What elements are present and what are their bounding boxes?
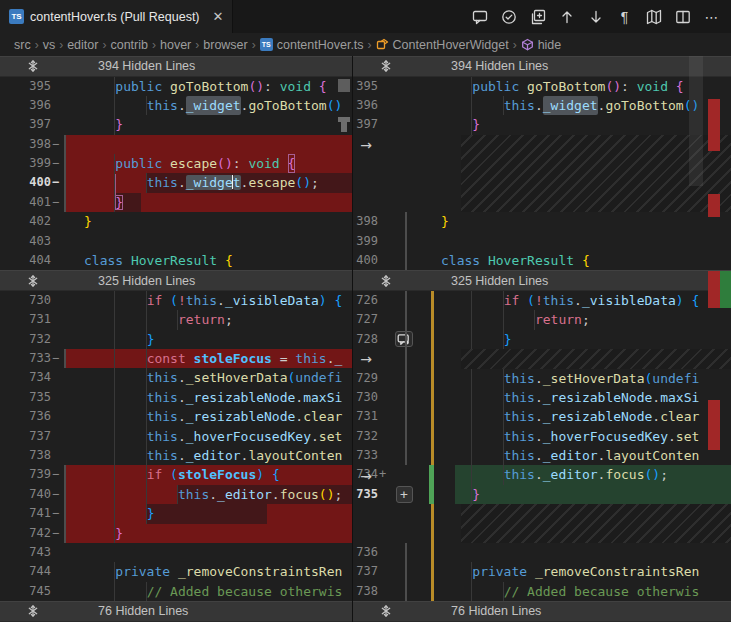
- line-number[interactable]: 398: [0, 135, 51, 154]
- code-line[interactable]: 739− if (stoleFocus) {: [0, 465, 352, 484]
- code-line[interactable]: 740− this._editor.focus();: [0, 485, 352, 504]
- code-line[interactable]: 729 this._setHoverData(undefi: [353, 369, 731, 388]
- line-number[interactable]: 738: [0, 446, 51, 465]
- code-line[interactable]: 396 this._widget.goToBottom(): [353, 96, 731, 115]
- line-number[interactable]: 730: [0, 291, 51, 310]
- line-number[interactable]: 742: [0, 524, 51, 543]
- code-line[interactable]: 741− }: [0, 504, 352, 523]
- line-number[interactable]: 734: [0, 368, 51, 387]
- line-number[interactable]: 745: [0, 582, 51, 601]
- line-number[interactable]: 733: [0, 349, 51, 368]
- close-icon[interactable]: ✕: [213, 9, 224, 24]
- code-line[interactable]: 401− }: [0, 193, 352, 212]
- code-line[interactable]: 726 if (!this._visibleData) {: [353, 291, 731, 310]
- line-number[interactable]: 402: [0, 212, 51, 231]
- line-number[interactable]: 733: [353, 446, 378, 465]
- code-line[interactable]: 404class HoverResult {: [0, 251, 352, 270]
- code-line[interactable]: 731 this._resizableNode.clear: [353, 407, 731, 426]
- line-number[interactable]: 729: [353, 369, 378, 388]
- breadcrumb-item-file[interactable]: TScontentHover.ts: [260, 38, 364, 52]
- line-number[interactable]: 397: [0, 115, 51, 134]
- line-number[interactable]: 735: [353, 485, 378, 504]
- line-number[interactable]: 739: [0, 465, 51, 484]
- breadcrumb-item-browser[interactable]: browser: [203, 38, 247, 52]
- line-number[interactable]: 399: [0, 154, 51, 173]
- breadcrumb-item-vs[interactable]: vs: [43, 38, 56, 52]
- line-number[interactable]: 400: [0, 173, 51, 192]
- line-number[interactable]: 401: [0, 193, 51, 212]
- code-line[interactable]: 734+ this._editor.focus();: [353, 465, 731, 484]
- code-line[interactable]: 402}: [0, 212, 352, 231]
- code-line[interactable]: 395 public goToBottom(): void {: [0, 77, 352, 96]
- code-line[interactable]: 731 return;: [0, 310, 352, 329]
- code-line[interactable]: 728 }: [353, 330, 731, 349]
- hidden-lines-bar[interactable]: 325 Hidden Lines: [0, 270, 352, 291]
- code-line[interactable]: 730 if (!this._visibleData) {: [0, 291, 352, 310]
- line-number[interactable]: 732: [353, 427, 378, 446]
- line-number[interactable]: 396: [0, 96, 51, 115]
- code-line[interactable]: 745 // Added because otherwis: [0, 582, 352, 601]
- revert-block-arrow-icon[interactable]: →: [357, 468, 375, 484]
- line-number[interactable]: 395: [0, 77, 51, 96]
- line-number[interactable]: 743: [0, 543, 51, 562]
- code-line[interactable]: 733− const stoleFocus = this._: [0, 349, 352, 368]
- hidden-lines-bar[interactable]: 394 Hidden Lines: [353, 56, 731, 77]
- revert-block-arrow-icon[interactable]: →: [357, 351, 375, 367]
- code-line[interactable]: 400− this._widget.escape();: [0, 173, 352, 192]
- arrow-up-icon[interactable]: [558, 8, 575, 25]
- split-editor-icon[interactable]: [674, 8, 691, 25]
- pilcrow-icon[interactable]: ¶: [616, 8, 633, 25]
- line-number[interactable]: 735: [0, 388, 51, 407]
- code-line[interactable]: 736: [353, 543, 731, 562]
- breadcrumb-item-ContentHoverWidget[interactable]: ContentHoverWidget: [376, 38, 509, 52]
- line-number[interactable]: 731: [0, 310, 51, 329]
- code-line[interactable]: 395 public goToBottom(): void {: [353, 77, 731, 96]
- line-number[interactable]: 736: [0, 407, 51, 426]
- code-line[interactable]: 738 this._editor.layoutConten: [0, 446, 352, 465]
- breadcrumb-item-editor[interactable]: editor: [67, 38, 98, 52]
- check-circle-icon[interactable]: [500, 8, 517, 25]
- line-number[interactable]: 726: [353, 291, 378, 310]
- code-line[interactable]: 732 }: [0, 330, 352, 349]
- code-line[interactable]: 732 this._hoverFocusedKey.set: [353, 427, 731, 446]
- code-line[interactable]: 399: [353, 232, 731, 251]
- hidden-lines-bar[interactable]: 76 Hidden Lines: [353, 601, 731, 622]
- line-number[interactable]: 731: [353, 407, 378, 426]
- open-changes-icon[interactable]: [529, 8, 546, 25]
- line-number[interactable]: 400: [353, 251, 378, 270]
- expand-hidden-lines-icon[interactable]: [26, 604, 40, 618]
- line-number[interactable]: 727: [353, 310, 378, 329]
- line-number[interactable]: 736: [353, 543, 378, 562]
- expand-hidden-lines-icon[interactable]: [26, 274, 40, 288]
- tab-contenthover[interactable]: TS contentHover.ts (Pull Request) ✕: [0, 0, 233, 33]
- revert-block-arrow-icon[interactable]: →: [357, 137, 375, 153]
- hidden-lines-bar[interactable]: 325 Hidden Lines: [353, 270, 731, 291]
- code-line[interactable]: 735+ }: [353, 485, 731, 504]
- expand-hidden-lines-icon[interactable]: [26, 59, 40, 73]
- arrow-down-icon[interactable]: [587, 8, 604, 25]
- code-line[interactable]: 727 return;: [353, 310, 731, 329]
- breadcrumb-item-src[interactable]: src: [14, 38, 31, 52]
- code-line[interactable]: 737 this._hoverFocusedKey.set: [0, 427, 352, 446]
- code-line[interactable]: 737 private _removeConstraintsRen: [353, 562, 731, 581]
- line-number[interactable]: 396: [353, 96, 378, 115]
- line-number[interactable]: 740: [0, 485, 51, 504]
- code-line[interactable]: 736 this._resizableNode.clear: [0, 407, 352, 426]
- line-number[interactable]: 730: [353, 388, 378, 407]
- code-line[interactable]: 400class HoverResult {: [353, 251, 731, 270]
- code-line[interactable]: 730 this._resizableNode.maxSi: [353, 388, 731, 407]
- line-number[interactable]: 398: [353, 212, 378, 231]
- code-line[interactable]: 397 }: [0, 115, 352, 134]
- comment-thread-icon[interactable]: [395, 331, 413, 347]
- add-comment-button[interactable]: +: [396, 486, 413, 503]
- code-line[interactable]: 742− }: [0, 524, 352, 543]
- expand-hidden-lines-icon[interactable]: [379, 274, 393, 288]
- code-line[interactable]: 398}: [353, 212, 731, 231]
- line-number[interactable]: 738: [353, 582, 378, 601]
- hidden-lines-bar[interactable]: 76 Hidden Lines: [0, 601, 352, 622]
- expand-hidden-lines-icon[interactable]: [379, 59, 393, 73]
- code-line[interactable]: 734 this._setHoverData(undefi: [0, 368, 352, 387]
- code-line[interactable]: 744 private _removeConstraintsRen: [0, 562, 352, 581]
- code-line[interactable]: 403: [0, 232, 352, 251]
- code-line[interactable]: 743: [0, 543, 352, 562]
